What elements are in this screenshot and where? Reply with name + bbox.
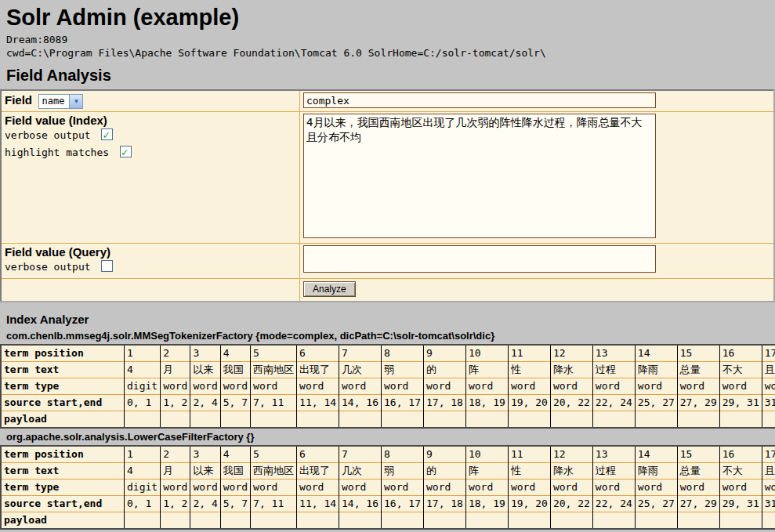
query-value-textarea[interactable] (303, 245, 656, 273)
row-label: source start,end (1, 496, 125, 512)
term-cell (423, 512, 465, 530)
term-cell: 1, 2 (161, 496, 190, 512)
term-cell (465, 512, 508, 530)
term-cell: 3 (190, 446, 220, 463)
verbose-output-checkbox-index[interactable] (101, 128, 113, 140)
term-cell: word (508, 378, 550, 395)
index-value-textarea[interactable]: 4月以来，我国西南地区出现了几次弱的阵性降水过程，降雨总量不大且分布不均 (303, 114, 656, 238)
term-cell: 11 (508, 446, 550, 463)
term-cell: 25, 27 (635, 496, 677, 512)
field-select-value: name (39, 95, 69, 108)
term-cell: 17, 18 (423, 395, 465, 411)
term-cell: 性 (508, 362, 550, 378)
index-section-label: Field value (Index) (5, 114, 296, 127)
term-cell: 不大 (719, 463, 762, 480)
index-row: Field value (Index) verbose output highl… (1, 112, 774, 244)
term-cell: 我国 (220, 463, 250, 480)
row-label: source start,end (1, 395, 125, 411)
term-cell: word (762, 480, 775, 496)
term-cell: word (190, 378, 220, 395)
term-cell (190, 411, 220, 429)
term-cell: 7, 11 (251, 395, 297, 411)
term-cell (251, 512, 297, 530)
term-cell: 5 (251, 446, 297, 463)
term-cell (423, 411, 465, 429)
term-cell: word (382, 480, 424, 496)
term-cell: word (677, 378, 719, 395)
term-cell: 20, 22 (550, 496, 592, 512)
term-cell: word (382, 378, 424, 395)
term-cell: 几次 (339, 463, 382, 480)
host-line: Dream:8089 (6, 33, 775, 46)
term-cell: 31, 32 (762, 395, 775, 411)
table-row: term position123456789101112131415161718… (1, 345, 775, 362)
term-cell: 降雨 (635, 362, 677, 378)
term-cell: 27, 29 (677, 395, 719, 411)
term-cell: word (297, 378, 339, 395)
term-cell: 过程 (592, 362, 635, 378)
term-cell: 17 (762, 345, 775, 362)
term-cell (339, 512, 382, 530)
term-cell: 11 (508, 345, 550, 362)
term-cell: 西南地区 (251, 362, 297, 378)
chevron-down-icon: ▼ (69, 95, 82, 108)
verbose-output-checkbox-query[interactable] (101, 260, 113, 272)
term-cell: 14, 16 (339, 496, 382, 512)
term-cell: 2 (161, 345, 190, 362)
term-cell (635, 411, 677, 429)
term-cell: 西南地区 (251, 463, 297, 480)
term-cell: 7 (339, 446, 382, 463)
field-select[interactable]: name ▼ (38, 94, 83, 109)
analyze-button[interactable]: Analyze (303, 281, 356, 297)
row-label: term type (1, 378, 125, 395)
factory-name: org.apache.solr.analysis.LowerCaseFilter… (6, 430, 775, 443)
term-cell: 4 (125, 463, 161, 480)
term-cell: 13 (592, 345, 635, 362)
term-cell: 过程 (592, 463, 635, 480)
term-cell: word (220, 480, 250, 496)
term-cell: 弱 (382, 463, 424, 480)
term-cell (251, 411, 297, 429)
term-cell: 4 (220, 446, 250, 463)
term-cell: 以来 (190, 463, 220, 480)
field-value-input[interactable] (303, 92, 656, 108)
term-cell: 0, 1 (125, 496, 161, 512)
term-cell: word (423, 480, 465, 496)
term-cell (677, 512, 719, 530)
term-cell: 1, 2 (161, 395, 190, 411)
term-cell: word (297, 480, 339, 496)
table-row: payload (1, 411, 775, 429)
term-cell: 14 (635, 446, 677, 463)
highlight-matches-checkbox[interactable] (120, 146, 132, 157)
term-cell: 性 (508, 463, 550, 480)
term-cell: 13 (592, 446, 635, 463)
term-cell (762, 411, 775, 429)
submit-row: Analyze (1, 279, 774, 302)
term-cell: word (339, 480, 382, 496)
field-row: Field name ▼ (1, 90, 774, 112)
term-cell: word (635, 378, 677, 395)
row-label: term text (1, 463, 125, 480)
term-cell: 8 (382, 446, 424, 463)
term-cell: 5 (251, 345, 297, 362)
term-cell: 降水 (550, 463, 592, 480)
term-cell: digit (125, 480, 161, 496)
term-cell: 出现了 (297, 463, 339, 480)
term-cell: 15 (677, 345, 719, 362)
term-cell: 降水 (550, 362, 592, 378)
term-cell: word (465, 378, 508, 395)
term-cell: 月 (161, 463, 190, 480)
table-row: term text4月以来我国西南地区出现了几次弱的阵性降水过程降雨总量不大且分… (1, 463, 775, 480)
term-cell: 1 (125, 345, 161, 362)
term-cell: word (762, 378, 775, 395)
term-cell: 29, 31 (719, 496, 762, 512)
row-label: payload (1, 411, 125, 429)
term-cell: 降雨 (635, 463, 677, 480)
term-cell: 6 (297, 345, 339, 362)
term-cell (635, 512, 677, 530)
term-cell: 出现了 (297, 362, 339, 378)
term-cell: word (677, 480, 719, 496)
term-cell: 的 (423, 463, 465, 480)
term-cell: 3 (190, 345, 220, 362)
table-row: source start,end0, 11, 22, 45, 77, 1111,… (1, 496, 775, 512)
